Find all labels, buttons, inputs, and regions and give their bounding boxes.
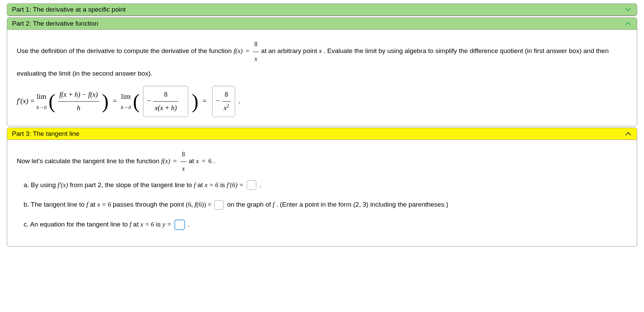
t: 8 (253, 37, 259, 52)
t: x (253, 52, 259, 66)
t: f(x) (161, 157, 170, 165)
t: = (244, 47, 251, 54)
text: on the graph of (227, 201, 273, 208)
answer-box-limit[interactable]: − 8 x2 (212, 86, 235, 117)
t: lim (121, 90, 131, 104)
text: is (220, 181, 227, 188)
ans1-frac: 8 x(x + h) (153, 88, 178, 115)
answer-box-slope[interactable] (247, 180, 256, 190)
part3-body: Now let's calculate the tangent line to … (7, 140, 637, 247)
part2-panel: Part 2: The derivative function Use the … (7, 17, 637, 126)
t: − (216, 96, 220, 105)
limit: lim h→0 (121, 90, 131, 113)
part1-header[interactable]: Part 1: The derivative at a specific poi… (7, 4, 637, 16)
func-expr: f(x) = 8 x (234, 47, 261, 54)
rparen-icon: ) (102, 93, 109, 109)
t: x (224, 104, 227, 112)
text: Now let's calculate the tangent line to … (17, 157, 161, 165)
t: x(x + h) (153, 101, 178, 115)
text: . (213, 157, 215, 165)
answer-box-simplified[interactable]: − 8 x(x + h) (143, 86, 188, 117)
t: x (196, 157, 198, 165)
t: f′(x) (17, 94, 28, 108)
t: x = 6 (140, 221, 154, 228)
func-expr: f(x) = 8 x (161, 157, 189, 165)
t: f (194, 181, 195, 188)
part3-title: Part 3: The tangent line (12, 130, 79, 138)
t: y = (163, 221, 171, 228)
chevron-down-icon (624, 6, 632, 13)
t: f (130, 221, 131, 228)
t: h (58, 101, 99, 115)
lparen-icon: ( (49, 93, 55, 109)
question-a: a. By using f′(x) from part 2, the slope… (24, 178, 627, 192)
t: = (30, 94, 35, 108)
text: passes through the point (113, 201, 186, 208)
t: x (180, 161, 186, 176)
t: − (147, 96, 151, 105)
answer-box-point[interactable] (214, 200, 224, 210)
part1-panel: Part 1: The derivative at a specific poi… (7, 3, 637, 16)
t: 2 (227, 103, 229, 108)
part3-panel: Part 3: The tangent line Now let's calcu… (7, 128, 637, 247)
difference-quotient: f(x + h) − f(x) h (58, 88, 99, 115)
t: h→0 (37, 103, 47, 113)
text: . (259, 181, 261, 188)
part2-body: Use the definition of the derivative to … (7, 30, 637, 126)
text: c. An equation for the tangent line to (24, 221, 130, 228)
question-list: a. By using f′(x) from part 2, the slope… (17, 178, 627, 232)
t: f′(x) (57, 181, 68, 188)
frac: 8 x (180, 147, 186, 176)
part2-intro: Use the definition of the derivative to … (17, 37, 627, 81)
t: = (201, 94, 209, 108)
text: is (156, 221, 163, 228)
frac: 8 x (253, 37, 259, 66)
t: h→0 (121, 103, 131, 113)
t: f′(6) = (227, 181, 244, 188)
part3-intro: Now let's calculate the tangent line to … (17, 147, 627, 176)
text: at (133, 221, 140, 228)
question-b: b. The tangent line to f at x = 6 passes… (24, 198, 627, 211)
text: Use the definition of the derivative to … (17, 47, 234, 54)
part2-header[interactable]: Part 2: The derivative function (7, 18, 637, 30)
text: b. The tangent line to (24, 201, 86, 208)
text: at (197, 181, 205, 188)
t: = (201, 157, 207, 165)
t: lim (37, 90, 47, 104)
at-x: x = 6 (196, 157, 213, 165)
text: at (90, 201, 97, 208)
chevron-up-icon (624, 130, 632, 138)
t: 8 (222, 88, 231, 101)
question-c: c. An equation for the tangent line to f… (24, 218, 627, 231)
text: at (189, 157, 196, 165)
part3-header[interactable]: Part 3: The tangent line (7, 128, 637, 140)
t: f (273, 201, 274, 208)
text: a. By using (24, 181, 57, 188)
text: . (Enter a point in the form (2, 3) incl… (276, 201, 448, 208)
t: f(x + h) − f(x) (58, 88, 99, 101)
t: 6 (208, 157, 212, 165)
rparen-icon: ) (192, 93, 198, 109)
t: f(x) (234, 47, 243, 54)
t: x = 6 (97, 201, 111, 208)
text: from part 2, the slope of the tangent li… (70, 181, 194, 188)
point-expr: (6, f(6)) = (186, 201, 213, 208)
text: at an arbitrary point (261, 47, 319, 54)
t: x2 (222, 101, 231, 115)
t: f (86, 201, 88, 208)
part2-title: Part 2: The derivative function (12, 20, 98, 27)
limit: lim h→0 (37, 90, 47, 113)
part1-title: Part 1: The derivative at a specific poi… (12, 6, 126, 13)
t: = (172, 157, 178, 165)
ans2-frac: 8 x2 (222, 88, 231, 115)
t: = (111, 94, 119, 108)
answer-box-equation[interactable] (175, 220, 185, 230)
chevron-up-icon (624, 20, 632, 27)
text: . (188, 221, 190, 228)
period: . (239, 94, 240, 108)
t: x = 6 (205, 181, 218, 188)
lparen-icon: ( (133, 93, 140, 109)
t: 8 (153, 88, 178, 101)
var-x: x (319, 47, 322, 54)
derivative-equation: f′(x) = lim h→0 ( f(x + h) − f(x) h ) = … (17, 86, 627, 117)
